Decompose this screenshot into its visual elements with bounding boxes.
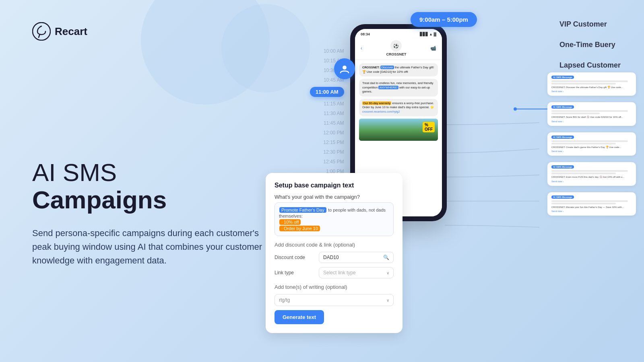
card3-header: AI SMS Message — [551, 136, 632, 139]
chat-image: %OFF — [359, 119, 438, 141]
ai-badge-1: AI SMS Message — [551, 76, 574, 79]
segment-lapsed-label: Lapsed Customer — [559, 61, 621, 69]
message-card-2: AI SMS Message CROSSNET: Score BIG for d… — [547, 102, 636, 125]
ai-badge-5: AI SMS Message — [551, 195, 574, 199]
segment-one-time[interactable]: One-Time Buery — [559, 41, 640, 49]
chat-bubble-2: Treat dad to endless fun, new memories, … — [359, 79, 438, 97]
segment-vip[interactable]: VIP Customer — [559, 20, 640, 29]
card3-line1 — [551, 140, 628, 142]
message-card-1: AI SMS Message CROSSNET: Discover the ul… — [547, 72, 636, 96]
card5-send[interactable]: Send now › — [551, 210, 632, 212]
tone-chevron-icon: ∨ — [386, 298, 389, 302]
time-1215: 12:15 PM — [310, 140, 344, 145]
card1-header: AI SMS Message — [551, 76, 632, 79]
card5-text: CROSSNET: Elevate your fun this Father's… — [551, 206, 632, 209]
campaign-form: Setup base campaign text What's your goa… — [266, 173, 402, 333]
ai-badge-4: AI SMS Message — [551, 165, 574, 169]
discount-input[interactable]: DAD10 🔍 — [319, 252, 394, 263]
app-header-center: ⚽ CROSSNET — [386, 40, 406, 56]
time-1130: 11:30 AM — [310, 111, 344, 116]
time-1200: 12:00 PM — [310, 130, 344, 136]
segment-one-time-label: One-Time Buery — [559, 41, 615, 49]
discount-section-label: Add discount code & link (optional) — [275, 242, 394, 248]
tag-fathers-day: Promote Father's Day — [279, 207, 326, 213]
link-type-select[interactable]: Select link type ∨ — [319, 267, 394, 278]
card2-text: CROSSNET: Score BIG for dad! 🏐 Use code … — [551, 115, 632, 119]
time-1230: 12:30 PM — [310, 149, 344, 155]
tone-select[interactable]: rtg/tg ∨ — [275, 294, 394, 306]
right-panel: 9:00am – 5:00pm 10:00 AM 10:15 AM 10:30 … — [258, 0, 644, 362]
card3-text: CROSSNET: Create dad's game this Father'… — [551, 146, 632, 149]
logo-area: Recart — [32, 22, 87, 41]
card4-text: CROSSNET: Even more FUN this dad's day 🏐… — [551, 175, 632, 179]
discount-row: Discount code DAD10 🔍 — [275, 252, 394, 263]
schedule-popup: 9:00am – 5:00pm — [411, 12, 477, 27]
back-icon[interactable]: ‹ — [361, 45, 362, 51]
card1-send[interactable]: Send now › — [551, 90, 632, 93]
discount-badge: %OFF — [423, 122, 435, 132]
tone-section-label: Add tone(s) of writing (optional) — [275, 284, 394, 290]
message-card-4: AI SMS Message CROSSNET: Even more FUN t… — [547, 162, 636, 185]
svg-point-0 — [33, 23, 50, 40]
link-type-row: Link type Select link type ∨ — [275, 267, 394, 278]
tone-placeholder: rtg/tg — [279, 297, 290, 303]
card1-text: CROSSNET: Discover the ultimate Father's… — [551, 86, 632, 89]
message-cards-container: AI SMS Message CROSSNET: Discover the ul… — [547, 72, 636, 222]
card3-send[interactable]: Send now › — [551, 150, 632, 152]
card4-line2 — [551, 173, 616, 174]
chevron-down-icon: ∨ — [386, 271, 389, 275]
card4-send[interactable]: Send now › — [551, 180, 632, 183]
card2-line1 — [551, 110, 628, 112]
phone-status-bar: 08:34 ▊▊▊ ▲ ▓ — [355, 29, 442, 38]
recart-logo-icon — [32, 22, 51, 41]
message-card-5: AI SMS Message CROSSNET: Elevate your fu… — [547, 192, 636, 216]
avatar-circle — [334, 58, 355, 79]
tag-order-date: · Order by June 10 — [279, 226, 320, 231]
card5-line2 — [551, 203, 616, 204]
crossnet-app-icon: ⚽ — [390, 40, 402, 51]
link-type-label: Link type — [275, 270, 315, 276]
phone-time: 08:34 — [361, 32, 370, 36]
time-1000: 10:00 AM — [310, 48, 344, 54]
chat-bubble-3: Our 60-day warranty ensures a worry-free… — [359, 99, 438, 117]
phone-header: ‹ ⚽ CROSSNET 📹 — [355, 38, 442, 60]
video-icon[interactable]: 📹 — [430, 45, 436, 51]
card2-header: AI SMS Message — [551, 105, 632, 109]
card2-send[interactable]: Send now › — [551, 120, 632, 123]
card2-line2 — [551, 113, 600, 114]
card5-header: AI SMS Message — [551, 195, 632, 199]
subtext: Send persona-specific campaigns during e… — [32, 226, 266, 267]
ai-badge-2: AI SMS Message — [551, 105, 574, 109]
time-active: 11:00 AM — [310, 87, 344, 97]
link-type-placeholder: Select link type — [323, 270, 356, 276]
time-1045: 10:45 AM — [310, 77, 344, 83]
card4-line1 — [551, 170, 628, 172]
time-1115: 11:15 AM — [310, 101, 344, 107]
svg-point-1 — [343, 66, 347, 70]
search-icon: 🔍 — [383, 255, 389, 260]
generate-button[interactable]: Generate text — [275, 310, 324, 324]
card3-line2 — [551, 143, 616, 144]
avatar-icon — [339, 64, 350, 74]
card5-line1 — [551, 200, 628, 202]
brand-name: Recart — [55, 25, 87, 38]
time-1245: 12:45 PM — [310, 159, 344, 165]
goal-label: What's your goal with the campaign? — [275, 194, 394, 200]
ai-badge-3: AI SMS Message — [551, 136, 574, 139]
app-name: CROSSNET — [386, 52, 406, 56]
card1-line2 — [551, 83, 616, 84]
segment-lapsed[interactable]: Lapsed Customer — [559, 61, 640, 70]
svg-point-2 — [514, 107, 517, 111]
segment-vip-label: VIP Customer — [559, 20, 607, 28]
card1-line1 — [551, 80, 628, 82]
phone-signals: ▊▊▊ ▲ ▓ — [420, 32, 436, 36]
goal-textarea[interactable]: Promote Father's Day to people with dads… — [275, 202, 394, 236]
time-1145: 11:45 AM — [310, 120, 344, 126]
card4-header: AI SMS Message — [551, 165, 632, 169]
discount-label: Discount code — [275, 255, 315, 260]
discount-value: DAD10 — [323, 255, 339, 260]
chat-bubble-1: CROSSNET: Discover the ultimate Father's… — [359, 63, 438, 76]
message-card-3: AI SMS Message CROSSNET: Create dad's ga… — [547, 132, 636, 156]
form-title: Setup base campaign text — [275, 182, 394, 189]
tag-discount: · 10% off — [279, 219, 301, 225]
